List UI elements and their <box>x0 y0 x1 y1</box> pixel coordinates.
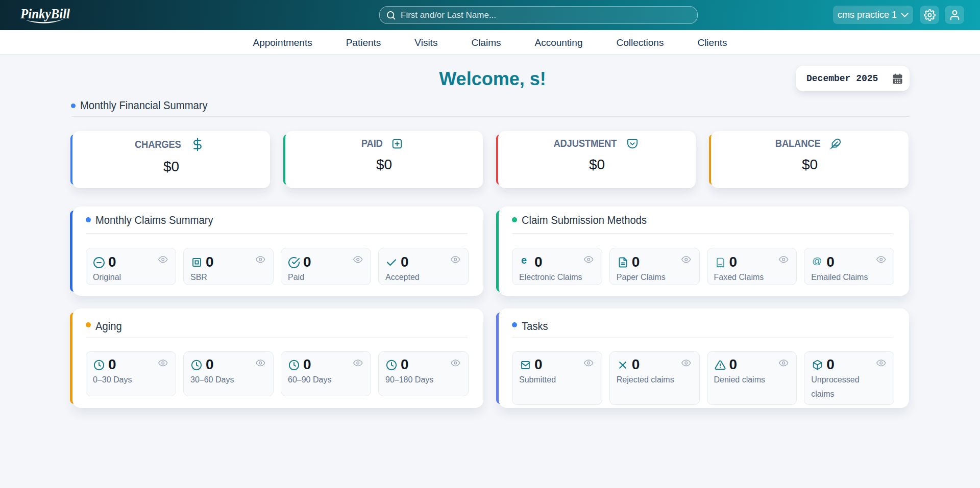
svg-text:@: @ <box>812 256 822 266</box>
svg-text:e: e <box>521 256 527 266</box>
svg-text:PinkyBill: PinkyBill <box>20 6 70 21</box>
